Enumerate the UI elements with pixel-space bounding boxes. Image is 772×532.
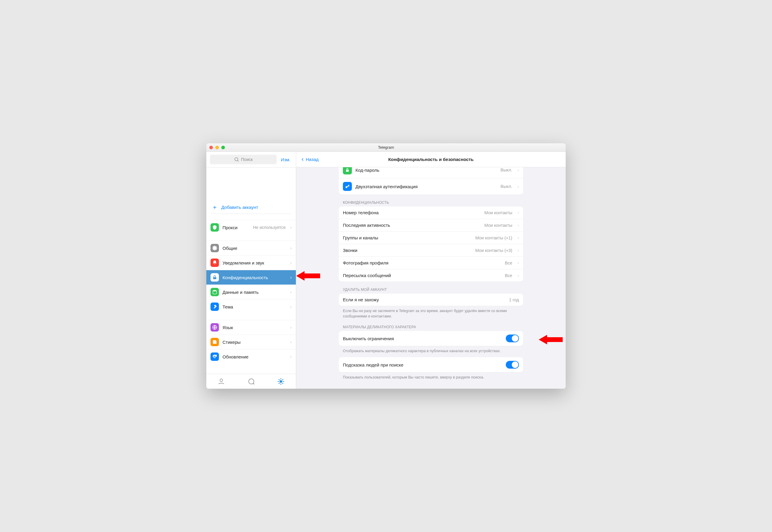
setting-two-step[interactable]: Двухэтапная аутентификация Выкл. › — [339, 178, 523, 194]
chevron-right-icon: › — [290, 246, 292, 250]
chevron-right-icon: › — [518, 210, 519, 215]
svg-rect-18 — [346, 170, 349, 172]
chevron-right-icon: › — [290, 290, 292, 294]
add-account-button[interactable]: ＋ Добавить аккаунт — [206, 200, 296, 214]
svg-line-16 — [279, 383, 280, 384]
section-footer-delete: Если Вы ни разу не заглянете в Telegram … — [339, 306, 523, 319]
setting-label: Группы и каналы — [343, 235, 472, 240]
chevron-right-icon: › — [518, 235, 519, 240]
plus-icon: ＋ — [212, 204, 218, 210]
refresh-icon — [211, 352, 219, 361]
app-window: Telegram Поиск Изм. ＋ Добавить аккаунт — [206, 143, 566, 389]
sidebar-item-label: Стикеры — [223, 340, 285, 345]
add-account-label: Добавить аккаунт — [221, 205, 258, 210]
section-header-delete: УДАЛИТЬ МОЙ АККАУНТ — [339, 282, 523, 294]
sticker-icon — [211, 338, 219, 346]
sidebar-item-label: Уведомления и звук — [223, 260, 285, 265]
sidebar-item-label: Прокси — [223, 225, 250, 230]
section-footer-sensitive: Отображать материалы деликатного характе… — [339, 346, 523, 354]
chats-tab[interactable] — [247, 377, 255, 386]
chevron-right-icon: › — [518, 223, 519, 227]
page-title: Конфиденциальность и безопасность — [296, 157, 566, 162]
svg-line-14 — [279, 379, 280, 380]
window-title: Telegram — [206, 145, 566, 150]
setting-value: Выкл. — [501, 184, 512, 189]
setting-passcode[interactable]: Код-пароль Выкл. › — [339, 167, 523, 178]
sidebar-item-proxy[interactable]: Прокси Не используется › — [206, 220, 296, 235]
svg-point-19 — [346, 186, 347, 188]
sidebar-item-update[interactable]: Обновление › — [206, 349, 296, 364]
toggle-switch[interactable] — [506, 361, 519, 369]
svg-point-8 — [220, 379, 223, 381]
brush-icon — [211, 303, 219, 311]
chevron-right-icon: › — [290, 225, 292, 230]
setting-profilephoto[interactable]: Фотография профиля Все › — [339, 256, 523, 269]
chevron-right-icon: › — [518, 273, 519, 278]
setting-suggest-contacts[interactable]: Подсказка людей при поиске — [339, 357, 523, 372]
toggle-switch[interactable] — [506, 335, 519, 342]
svg-line-1 — [238, 160, 239, 161]
setting-disable-filtering[interactable]: Выключить ограничения — [339, 331, 523, 346]
svg-point-0 — [235, 158, 238, 161]
search-input[interactable]: Поиск — [210, 155, 277, 164]
gear-icon — [211, 244, 219, 252]
chevron-right-icon: › — [518, 184, 519, 189]
settings-tab[interactable] — [277, 377, 285, 386]
svg-point-4 — [213, 290, 217, 291]
sidebar-item-notifications[interactable]: Уведомления и звук › — [206, 255, 296, 270]
sidebar-item-label: Язык — [223, 325, 285, 330]
edit-button[interactable]: Изм. — [279, 157, 292, 162]
database-icon — [211, 288, 219, 296]
setting-value: 1 год — [509, 297, 519, 302]
setting-lastseen[interactable]: Последняя активность Мои контакты › — [339, 219, 523, 231]
sidebar-item-general[interactable]: Общие › — [206, 241, 296, 255]
sidebar-item-label: Тема — [223, 304, 285, 309]
sidebar-item-label: Обновление — [223, 354, 285, 359]
setting-label: Номер телефона — [343, 210, 481, 215]
suggest-group: Подсказка людей при поиске — [339, 357, 523, 372]
setting-value: Мои контакты (+1) — [475, 235, 512, 240]
sidebar-item-language[interactable]: Язык › — [206, 320, 296, 335]
sidebar-item-privacy[interactable]: Конфиденциальность › — [206, 270, 296, 285]
chevron-right-icon: › — [290, 325, 292, 330]
sidebar-item-value: Не используется — [253, 225, 285, 230]
sidebar-item-theme[interactable]: Тема › — [206, 299, 296, 314]
delete-group: Если я не захожу 1 год — [339, 294, 523, 306]
setting-label: Фотография профиля — [343, 260, 501, 265]
main-panel: Назад Конфиденциальность и безопасность … — [296, 152, 566, 389]
setting-value: Мои контакты (+3) — [475, 248, 512, 253]
bell-icon — [211, 259, 219, 267]
svg-line-17 — [282, 379, 283, 380]
sidebar-item-data[interactable]: Данные и память › — [206, 285, 296, 299]
lock-icon — [343, 167, 352, 174]
chevron-right-icon: › — [290, 275, 292, 280]
main-header: Назад Конфиденциальность и безопасность — [296, 152, 566, 167]
setting-label: Звонки — [343, 248, 472, 253]
section-header-privacy: КОНФИДЕНЦИАЛЬНОСТЬ — [339, 194, 523, 206]
setting-label: Пересылка сообщений — [343, 273, 501, 278]
setting-phone[interactable]: Номер телефона Мои контакты › — [339, 206, 523, 219]
key-icon — [343, 182, 352, 191]
search-icon — [234, 157, 239, 162]
svg-rect-3 — [213, 277, 217, 279]
setting-value: Все — [505, 261, 512, 265]
setting-label: Двухэтапная аутентификация — [355, 184, 497, 189]
sidebar-item-stickers[interactable]: Стикеры › — [206, 335, 296, 349]
setting-calls[interactable]: Звонки Мои контакты (+3) › — [339, 244, 523, 256]
chevron-right-icon: › — [290, 260, 292, 265]
setting-label: Код-пароль — [355, 168, 497, 173]
chevron-right-icon: › — [518, 248, 519, 253]
svg-line-15 — [282, 383, 283, 384]
setting-label: Если я не захожу — [343, 297, 505, 302]
setting-label: Последняя активность — [343, 223, 481, 228]
setting-groups[interactable]: Группы и каналы Мои контакты (+1) › — [339, 231, 523, 244]
shield-icon — [211, 223, 219, 232]
contacts-tab[interactable] — [217, 377, 226, 386]
chevron-right-icon: › — [290, 340, 292, 344]
globe-icon — [211, 323, 219, 332]
chevron-right-icon: › — [518, 168, 519, 172]
setting-delete-if-away[interactable]: Если я не захожу 1 год — [339, 294, 523, 306]
chevron-right-icon: › — [518, 261, 519, 265]
setting-forwarding[interactable]: Пересылка сообщений Все › — [339, 269, 523, 282]
setting-label: Выключить ограничения — [343, 336, 502, 341]
